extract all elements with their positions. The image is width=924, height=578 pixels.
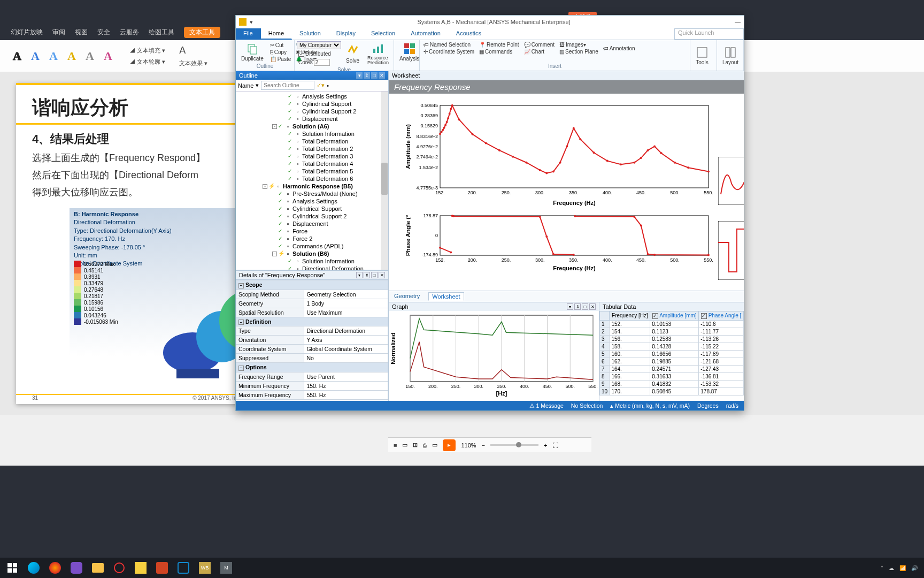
automation-tab[interactable]: Automation (403, 28, 449, 40)
wordart-style[interactable]: A (82, 49, 97, 64)
ppt-tab[interactable]: 云服务 (120, 28, 139, 37)
tree-item[interactable]: ✓▫Commands (APDL) (236, 242, 388, 250)
remote-point-button[interactable]: 📍 Remote Point (478, 41, 521, 48)
comment-button[interactable]: 💬 Comment (522, 41, 556, 48)
tree-item[interactable]: ✓▫Cylindrical Support 2 (236, 108, 388, 115)
display-tab[interactable]: Display (329, 28, 364, 40)
wordart-style[interactable]: A (10, 49, 25, 64)
tree-item[interactable]: ✓▫Cylindrical Support (236, 100, 388, 108)
tree-item[interactable]: -✓▫Solution (A6) (236, 123, 388, 130)
pin-icon[interactable]: ⇕ (364, 72, 370, 79)
worksheet-tab[interactable]: Worksheet (428, 292, 464, 301)
text-fill[interactable]: ◢ 文本填充 ▾ (129, 47, 165, 55)
explorer-icon[interactable] (88, 558, 108, 578)
text-outline[interactable]: ◢ 文本轮廓 ▾ (129, 58, 165, 66)
firefox-icon[interactable] (45, 558, 65, 578)
chart-button[interactable]: 📈 Chart (522, 48, 556, 55)
tree-item[interactable]: ✓▫Cylindrical Support (236, 205, 388, 212)
titlebar-arrow-icon[interactable]: ▾ (250, 19, 253, 26)
close-icon[interactable]: ✕ (379, 72, 385, 79)
name-column[interactable]: Name (238, 82, 253, 89)
tree-item[interactable]: ✓▫Pre-Stress/Modal (None) (236, 190, 388, 197)
tree-item[interactable]: ✓▫Directional Deformation (236, 265, 388, 270)
chevron-up-icon[interactable]: ˄ (881, 565, 883, 571)
system-tray[interactable]: ˄ ☁ 📶 🔊 (881, 565, 922, 571)
dropdown-icon[interactable]: ▾ (356, 72, 363, 79)
tabular-data-table[interactable]: Frequency [Hz]✓ Amplitude [mm]✓ Phase An… (599, 311, 744, 396)
tree-item[interactable]: ✓▫Total Deformation 5 (236, 168, 388, 175)
mechanical-icon[interactable]: M (216, 558, 236, 578)
ppt-tab[interactable]: 审阅 (52, 28, 65, 37)
ppt-tab[interactable]: 安全 (97, 28, 110, 37)
dropdown-icon[interactable]: ▾ (356, 272, 363, 278)
tree-item[interactable]: ✓▫Cylindrical Support 2 (236, 212, 388, 220)
volume-icon[interactable]: 🔊 (911, 565, 918, 571)
cores-field[interactable]: Cores 2 (297, 58, 341, 66)
text-effects[interactable]: 文本效果 ▾ (179, 59, 207, 67)
outline-tree[interactable]: ✓▫Analysis Settings✓▫Cylindrical Support… (236, 92, 388, 270)
distributed-checkbox[interactable]: ✓ Distributed (297, 50, 341, 57)
pin-icon[interactable]: ⇕ (574, 303, 581, 310)
filter-icon[interactable]: • (327, 82, 329, 89)
duplicate-button[interactable]: Duplicate (238, 41, 267, 63)
view-icon[interactable]: ⊞ (413, 442, 418, 448)
tree-item[interactable]: ✓▫Force (236, 227, 388, 235)
maximize-icon[interactable]: □ (582, 303, 588, 310)
tree-item[interactable]: ✓▫Analysis Settings (236, 93, 388, 100)
cut-button[interactable]: ✂ Cut (268, 42, 293, 49)
dropdown-icon[interactable]: ▾ (567, 303, 573, 310)
tree-item[interactable]: ✓▫Analysis Settings (236, 197, 388, 205)
layout-button[interactable]: Layout (719, 45, 742, 66)
play-slideshow-button[interactable]: ▸ (443, 439, 456, 451)
powerpoint-icon[interactable] (152, 558, 172, 578)
maximize-icon[interactable]: □ (371, 272, 378, 278)
zoom-out[interactable]: − (482, 442, 485, 448)
dropdown-icon[interactable]: ✓▾ (317, 82, 325, 89)
tree-item[interactable]: ✓▫Displacement (236, 115, 388, 123)
minimize-icon[interactable]: — (735, 19, 741, 25)
file-tab[interactable]: File (236, 28, 261, 40)
fit-icon[interactable]: ⛶ (552, 442, 558, 448)
compute-target-select[interactable]: My Computer (297, 41, 341, 49)
view-icon[interactable]: ≡ (394, 442, 397, 448)
tree-item[interactable]: ✓▫Total Deformation 2 (236, 145, 388, 153)
cloud-icon[interactable]: ☁ (889, 565, 894, 571)
ppt-tab[interactable]: 幻灯片放映 (11, 28, 43, 37)
solve-button[interactable]: Solve (343, 43, 363, 65)
scrollbar[interactable] (381, 92, 388, 270)
wordart-style[interactable]: A (28, 49, 43, 64)
app-icon[interactable] (66, 558, 87, 578)
tree-item[interactable]: ✓▫Total Deformation 3 (236, 153, 388, 160)
tree-item[interactable]: -⚡▫Harmonic Response (B5) (236, 182, 388, 190)
home-tab[interactable]: Home (261, 28, 292, 40)
ppt-tab[interactable]: 视图 (75, 28, 88, 37)
copy-button[interactable]: ⎘ Copy (268, 49, 293, 56)
selection-tab[interactable]: Selection (364, 28, 403, 40)
pin-icon[interactable]: ⇕ (364, 272, 370, 278)
annotation-button[interactable]: 🏷 Annotation (602, 45, 637, 52)
close-icon[interactable]: ✕ (379, 272, 385, 278)
tree-item[interactable]: ✓▫Total Deformation (236, 138, 388, 145)
tree-item[interactable]: -⚡▫Solution (B6) (236, 250, 388, 257)
tree-item[interactable]: ✓▫Total Deformation 6 (236, 175, 388, 182)
details-table[interactable]: −ScopeScoping MethodGeometry SelectionGe… (236, 280, 388, 400)
record-icon[interactable] (109, 558, 129, 578)
paste-button[interactable]: 📋 Paste (268, 56, 293, 63)
ppt-text-tool-tab[interactable]: 文本工具 (184, 27, 220, 38)
quick-launch-input[interactable]: Quick Launch (674, 28, 744, 40)
commands-button[interactable]: ▦ Commands (478, 48, 521, 55)
resource-prediction-button[interactable]: Resource Prediction (364, 41, 392, 66)
ppt-tab[interactable]: 绘图工具 (149, 28, 174, 37)
tree-item[interactable]: ✓▫Total Deformation 4 (236, 160, 388, 168)
named-selection-button[interactable]: 🏷 Named Selection (422, 41, 476, 48)
acoustics-tab[interactable]: Acoustics (449, 28, 489, 40)
workbench-icon[interactable]: WB (195, 558, 215, 578)
edge-icon[interactable] (24, 558, 44, 578)
wordart-style[interactable]: A (101, 49, 116, 64)
close-icon[interactable]: ✕ (589, 303, 596, 310)
dropdown-icon[interactable]: ▾ (256, 82, 259, 89)
search-outline-input[interactable] (261, 81, 314, 90)
status-units[interactable]: ▴ Metric (mm, kg, N, s, mV, mA) (610, 402, 690, 409)
section-plane-button[interactable]: ▧ Section Plane (558, 48, 600, 55)
solution-tab[interactable]: Solution (292, 28, 329, 40)
